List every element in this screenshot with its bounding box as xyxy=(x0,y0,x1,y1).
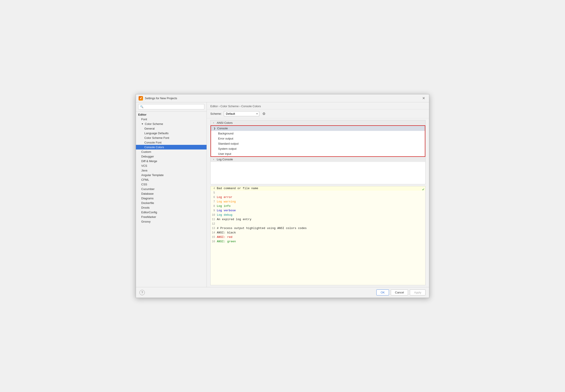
ansi-colors-label: ANSI Colors xyxy=(217,121,233,125)
preview-line-5: 5 xyxy=(210,191,425,195)
sidebar-item-editorconfig[interactable]: EditorConfig xyxy=(136,210,207,215)
sidebar-item-css[interactable]: CSS xyxy=(136,182,207,187)
line-number-11: 11 xyxy=(210,217,217,222)
sidebar-item-diagrams[interactable]: Diagrams xyxy=(136,196,207,201)
preview-line-12: 12 xyxy=(210,222,425,226)
ansi-colors-group[interactable]: › ANSI Colors xyxy=(210,120,425,125)
sidebar-item-cfml-label: CFML xyxy=(141,178,149,181)
scheme-select[interactable]: Default Darcula High contrast xyxy=(224,111,259,116)
sidebar-item-groovy[interactable]: Groovy xyxy=(136,219,207,224)
sidebar-item-debugger[interactable]: Debugger xyxy=(136,154,207,159)
preview-line-11: 11 An expired log entry xyxy=(210,217,425,222)
sidebar-item-groovy-label: Groovy xyxy=(141,220,151,223)
sidebar-item-custom[interactable]: Custom xyxy=(136,150,207,154)
sidebar-item-drools[interactable]: Drools xyxy=(136,205,207,210)
sidebar-item-diff-merge[interactable]: Diff & Merge xyxy=(136,159,207,163)
close-button[interactable]: ✕ xyxy=(421,96,427,101)
footer-left: ? xyxy=(139,290,145,295)
line-content-6: Log error xyxy=(217,195,425,199)
color-categories-panel: › ANSI Colors ❯ Console Background Error… xyxy=(210,120,426,184)
title-bar-left: 🖊 Settings for New Projects xyxy=(138,96,177,100)
sidebar-item-console-colors-label: Console Colors xyxy=(144,145,164,149)
console-group[interactable]: ❯ Console xyxy=(211,126,425,131)
sidebar-item-angular-template[interactable]: Angular Template xyxy=(136,173,207,177)
sidebar-item-language-defaults[interactable]: Language Defaults xyxy=(136,131,207,136)
sidebar-item-dockerfile[interactable]: Dockerfile xyxy=(136,201,207,205)
dialog-title: Settings for New Projects xyxy=(145,97,177,100)
line-number-8: 8 xyxy=(210,204,217,208)
preview-line-9: 9 Log verbose xyxy=(210,208,425,213)
line-number-5: 5 xyxy=(210,191,217,195)
scheme-select-wrapper[interactable]: Default Darcula High contrast xyxy=(224,111,259,116)
preview-line-7: 7 Log warning xyxy=(210,199,425,204)
sidebar-item-cucumber-label: Cucumber xyxy=(141,187,154,191)
line-content-12 xyxy=(217,222,425,226)
sidebar-item-color-scheme[interactable]: ▼ Color Scheme xyxy=(136,122,207,126)
sidebar-item-editor[interactable]: Editor xyxy=(136,112,207,117)
sidebar-tree: Editor Font ▼ Color Scheme General Langu… xyxy=(136,112,207,287)
help-button[interactable]: ? xyxy=(139,290,145,295)
right-panel: Editor › Color Scheme › Console Colors S… xyxy=(207,102,429,287)
breadcrumb: Editor › Color Scheme › Console Colors xyxy=(207,102,429,109)
search-input[interactable] xyxy=(138,104,204,109)
sidebar-item-console-font[interactable]: Console Font xyxy=(136,140,207,145)
settings-dialog: 🖊 Settings for New Projects ✕ Editor Fon… xyxy=(136,94,429,298)
line-number-15: 15 xyxy=(210,235,217,239)
user-input-label: User input xyxy=(218,152,231,155)
line-content-15: ANSI: red xyxy=(217,235,425,239)
line-content-9: Log verbose xyxy=(217,208,425,213)
sidebar-item-color-scheme-font-label: Color Scheme Font xyxy=(144,136,169,140)
title-bar: 🖊 Settings for New Projects ✕ xyxy=(136,94,429,102)
log-console-group[interactable]: › Log Console xyxy=(210,157,425,162)
line-number-6: 6 xyxy=(210,195,217,199)
scheme-bar: Scheme: Default Darcula High contrast ⚙ xyxy=(207,109,429,118)
line-number-9: 9 xyxy=(210,208,217,213)
sidebar-item-language-defaults-label: Language Defaults xyxy=(144,132,168,135)
line-content-5 xyxy=(217,191,425,195)
preview-line-14: 14 ANSI: black xyxy=(210,231,425,235)
sidebar-item-general[interactable]: General xyxy=(136,126,207,131)
preview-panel: ✔ 4 Bad command or file name 5 6 Log err… xyxy=(210,186,426,285)
sidebar-item-console-colors[interactable]: Console Colors xyxy=(136,145,207,150)
standard-output-item[interactable]: Standard output xyxy=(211,141,425,146)
gear-button[interactable]: ⚙ xyxy=(262,111,266,116)
line-content-14: ANSI: black xyxy=(217,231,425,235)
preview-line-8: 8 Log info xyxy=(210,204,425,208)
cancel-button[interactable]: Cancel xyxy=(391,290,408,295)
line-number-7: 7 xyxy=(210,199,217,204)
user-input-item[interactable]: User input xyxy=(211,151,425,156)
main-content: Editor Font ▼ Color Scheme General Langu… xyxy=(136,102,429,287)
line-content-10: Log debug xyxy=(217,213,425,217)
sidebar-item-color-scheme-font[interactable]: Color Scheme Font xyxy=(136,136,207,140)
footer: ? OK Cancel Apply xyxy=(136,287,429,298)
line-number-4: 4 xyxy=(210,186,217,191)
sidebar-item-editor-label: Editor xyxy=(138,113,147,116)
sidebar-item-editorconfig-label: EditorConfig xyxy=(141,211,157,214)
preview-line-10: 10 Log debug xyxy=(210,213,425,217)
apply-button[interactable]: Apply xyxy=(410,290,426,295)
ok-button[interactable]: OK xyxy=(376,290,389,295)
preview-line-13: 13 # Process output highlighted using AN… xyxy=(210,226,425,231)
sidebar-item-java[interactable]: Java xyxy=(136,168,207,173)
preview-line-15: 15 ANSI: red xyxy=(210,235,425,239)
chevron-down-icon: ▼ xyxy=(141,123,144,125)
log-console-label: Log Console xyxy=(217,158,233,161)
sidebar-item-vcs[interactable]: VCS xyxy=(136,163,207,168)
line-content-8: Log info xyxy=(217,204,425,208)
sidebar-item-cucumber[interactable]: Cucumber xyxy=(136,187,207,191)
sidebar-item-font[interactable]: Font xyxy=(136,117,207,122)
standard-output-label: Standard output xyxy=(218,142,239,145)
sidebar-item-cfml[interactable]: CFML xyxy=(136,177,207,182)
sidebar-item-drools-label: Drools xyxy=(141,206,150,209)
console-group-label: Console xyxy=(217,127,228,130)
sidebar-item-database[interactable]: Database xyxy=(136,191,207,196)
error-output-item[interactable]: Error output xyxy=(211,136,425,141)
system-output-item[interactable]: System output xyxy=(211,146,425,151)
background-item[interactable]: Background xyxy=(211,131,425,136)
preview-line-6: 6 Log error xyxy=(210,195,425,199)
system-output-label: System output xyxy=(218,147,236,150)
sidebar-item-custom-label: Custom xyxy=(141,150,151,154)
line-number-13: 13 xyxy=(210,226,217,231)
line-content-4: Bad command or file name xyxy=(217,186,425,191)
sidebar-item-freemarker[interactable]: FreeMarker xyxy=(136,215,207,219)
